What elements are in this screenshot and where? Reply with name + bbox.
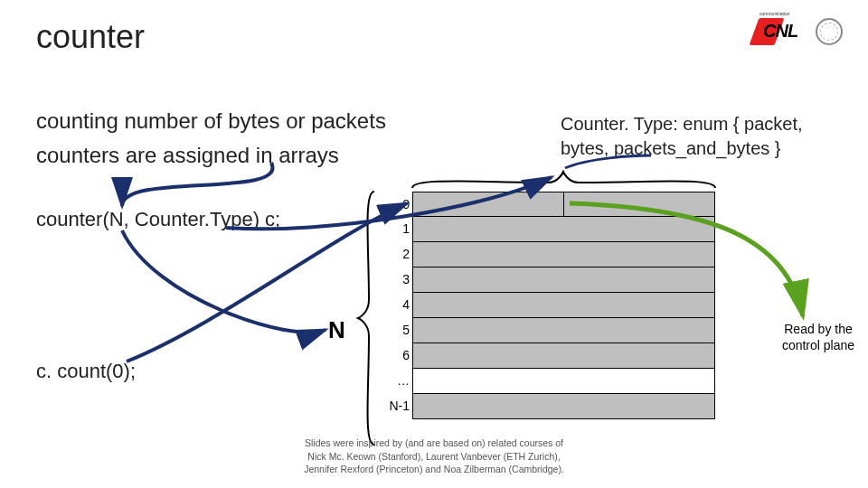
- seal-logo-inner: [820, 23, 838, 41]
- array-row-1: 1: [412, 217, 715, 242]
- count-invocation: c. count(0);: [36, 360, 136, 383]
- arrow-arrays-to-decl: [122, 163, 273, 206]
- subtitle-bytes-packets: counting number of bytes or packets: [36, 108, 386, 134]
- counter-array-diagram: 0 1 2 3 4 5 6 … N-1: [412, 192, 715, 419]
- array-row-5: 5: [412, 318, 715, 343]
- footer-line-1: Slides were inspired by (and are based o…: [0, 436, 868, 449]
- array-index-last: N-1: [379, 399, 410, 413]
- seal-logo: [816, 18, 843, 45]
- width-brace: [412, 170, 715, 190]
- footer-line-3: Jennifer Rexford (Princeton) and Noa Zil…: [0, 463, 868, 475]
- array-index-3: 3: [388, 272, 410, 286]
- array-index-6: 6: [388, 348, 410, 362]
- enum-definition: Counter. Type: enum { packet, bytes, pac…: [561, 112, 841, 161]
- slide-title: counter: [36, 18, 145, 56]
- logo-area: communication CNL: [754, 18, 843, 45]
- array-index-4: 4: [388, 297, 410, 312]
- array-index-0: 0: [388, 197, 410, 211]
- array-row-0: 0: [412, 192, 715, 217]
- n-size-label: N: [328, 316, 345, 344]
- n-brace-svg: [356, 192, 376, 445]
- array-row-3: 3: [412, 267, 715, 293]
- array-index-2: 2: [388, 247, 410, 261]
- arrow-n-to-brace: [122, 230, 326, 333]
- subtitle-arrays: counters are assigned in arrays: [36, 143, 339, 168]
- slide-footer: Slides were inspired by (and are based o…: [0, 436, 868, 475]
- cnl-logo-super: communication: [760, 11, 790, 16]
- cnl-logo-text: CNL: [763, 21, 797, 42]
- array-index-ellipsis: …: [388, 373, 410, 388]
- n-brace: [356, 192, 376, 445]
- array-row-ellipsis: …: [412, 369, 715, 394]
- array-row-2: 2: [412, 242, 715, 267]
- read-by-control-plane-label: Read by the control plane: [769, 321, 868, 353]
- array-index-5: 5: [388, 323, 410, 337]
- width-brace-svg: [412, 170, 715, 190]
- counter-declaration: counter(N, Counter.Type) c;: [36, 208, 280, 231]
- array-row-last: N-1: [412, 394, 715, 419]
- array-row-6: 6: [412, 343, 715, 369]
- array-index-1: 1: [388, 221, 410, 236]
- footer-line-2: Nick Mc. Keown (Stanford), Laurent Vanbe…: [0, 450, 868, 463]
- cnl-logo: communication CNL: [754, 18, 807, 45]
- array-row-4: 4: [412, 293, 715, 318]
